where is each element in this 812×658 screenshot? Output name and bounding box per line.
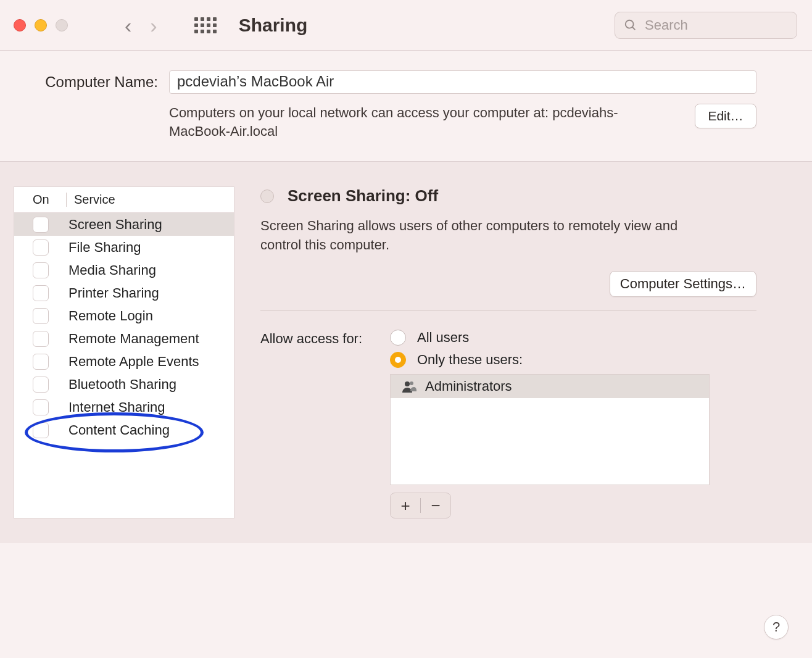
allow-access-label: Allow access for: [260, 330, 381, 518]
svg-point-3 [410, 381, 413, 385]
service-row[interactable]: Internet Sharing [14, 396, 234, 419]
search-icon [624, 19, 637, 32]
back-button[interactable]: ‹ [125, 15, 131, 36]
service-label: File Sharing [68, 239, 141, 256]
service-label: Bluetooth Sharing [68, 377, 176, 393]
service-label: Media Sharing [68, 262, 156, 278]
service-label: Remote Management [68, 331, 199, 347]
service-label: Screen Sharing [68, 217, 162, 233]
services-header-service: Service [66, 193, 115, 207]
computer-name-description: Computers on your local network can acce… [169, 104, 677, 140]
search-field[interactable] [615, 12, 797, 39]
nav-buttons: ‹ › [125, 15, 217, 36]
service-label: Content Caching [68, 422, 170, 438]
status-indicator-icon [260, 189, 274, 203]
radio-only-users-label: Only these users: [417, 352, 523, 368]
remove-user-button[interactable]: − [421, 498, 450, 514]
services-header-on: On [33, 193, 66, 207]
service-description: Screen Sharing allows users of other com… [260, 217, 717, 255]
titlebar: ‹ › Sharing [0, 0, 812, 51]
service-checkbox[interactable] [33, 308, 49, 324]
service-row[interactable]: Bluetooth Sharing [14, 373, 234, 396]
service-detail-pane: Screen Sharing: Off Screen Sharing allow… [260, 186, 756, 518]
service-row[interactable]: Printer Sharing [14, 281, 234, 304]
user-row[interactable]: Administrators [391, 375, 709, 398]
service-label: Internet Sharing [68, 399, 165, 415]
svg-point-0 [626, 20, 634, 28]
service-row[interactable]: Content Caching [14, 419, 234, 441]
users-list: Administrators [390, 374, 710, 485]
services-table: On Service Screen SharingFile SharingMed… [14, 186, 234, 518]
service-checkbox[interactable] [33, 422, 49, 438]
zoom-window-button[interactable] [56, 19, 68, 31]
group-icon [402, 380, 416, 393]
service-row[interactable]: Media Sharing [14, 259, 234, 281]
service-checkbox[interactable] [33, 399, 49, 415]
service-checkbox[interactable] [33, 262, 49, 278]
computer-name-input[interactable] [169, 70, 756, 94]
service-label: Remote Login [68, 308, 153, 324]
divider [260, 310, 756, 311]
service-checkbox[interactable] [33, 285, 49, 301]
service-checkbox[interactable] [33, 239, 49, 256]
service-row[interactable]: Remote Login [14, 304, 234, 327]
close-window-button[interactable] [14, 19, 26, 31]
service-status-title: Screen Sharing: Off [288, 186, 438, 206]
service-checkbox[interactable] [33, 354, 49, 370]
radio-all-users[interactable] [390, 330, 406, 346]
computer-settings-button[interactable]: Computer Settings… [610, 271, 756, 297]
window-controls [14, 19, 68, 31]
user-group-label: Administrators [425, 378, 512, 394]
minimize-window-button[interactable] [35, 19, 47, 31]
service-checkbox[interactable] [33, 377, 49, 393]
help-button[interactable]: ? [764, 615, 789, 639]
service-row[interactable]: Remote Apple Events [14, 350, 234, 373]
service-checkbox[interactable] [33, 217, 49, 233]
window-title: Sharing [239, 15, 308, 36]
add-user-button[interactable]: + [391, 498, 420, 514]
svg-line-1 [632, 27, 636, 30]
svg-point-2 [405, 381, 410, 386]
service-row[interactable]: Remote Management [14, 327, 234, 350]
computer-name-label: Computer Name: [43, 73, 158, 91]
service-row[interactable]: Screen Sharing [14, 213, 234, 236]
service-label: Printer Sharing [68, 285, 159, 301]
radio-only-users[interactable] [390, 352, 406, 368]
forward-button: › [150, 15, 157, 36]
computer-name-section: Computer Name: Computers on your local n… [0, 51, 812, 162]
main-content: On Service Screen SharingFile SharingMed… [0, 162, 812, 543]
service-checkbox[interactable] [33, 331, 49, 347]
edit-hostname-button[interactable]: Edit… [695, 104, 756, 128]
service-label: Remote Apple Events [68, 354, 199, 370]
show-all-prefs-button[interactable] [194, 17, 217, 33]
search-input[interactable] [644, 17, 769, 34]
service-row[interactable]: File Sharing [14, 236, 234, 259]
radio-all-users-label: All users [417, 330, 469, 346]
